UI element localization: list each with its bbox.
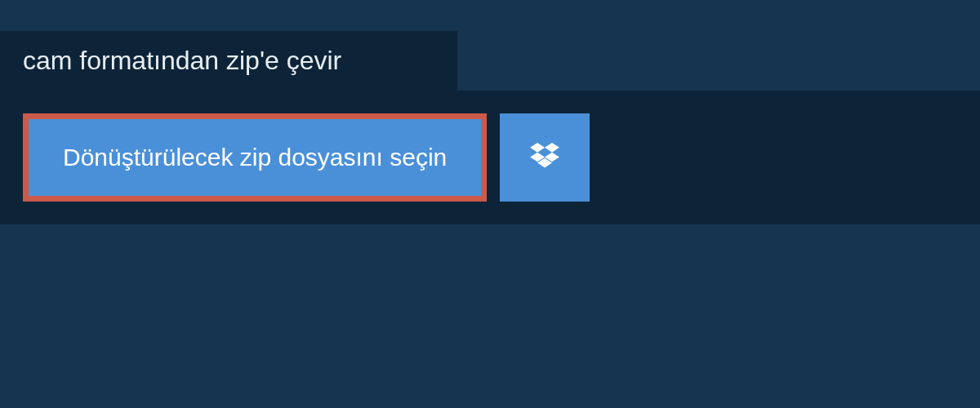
dropbox-button[interactable] [500,113,590,202]
header-bar: cam formatından zip'e çevir [0,31,457,91]
page-title: cam formatından zip'e çevir [23,46,434,76]
upload-panel: Dönüştürülecek zip dosyasını seçin [0,91,980,224]
select-file-button[interactable]: Dönüştürülecek zip dosyasını seçin [23,113,487,202]
dropbox-icon [530,143,559,173]
select-file-label: Dönüştürülecek zip dosyasını seçin [63,144,447,171]
